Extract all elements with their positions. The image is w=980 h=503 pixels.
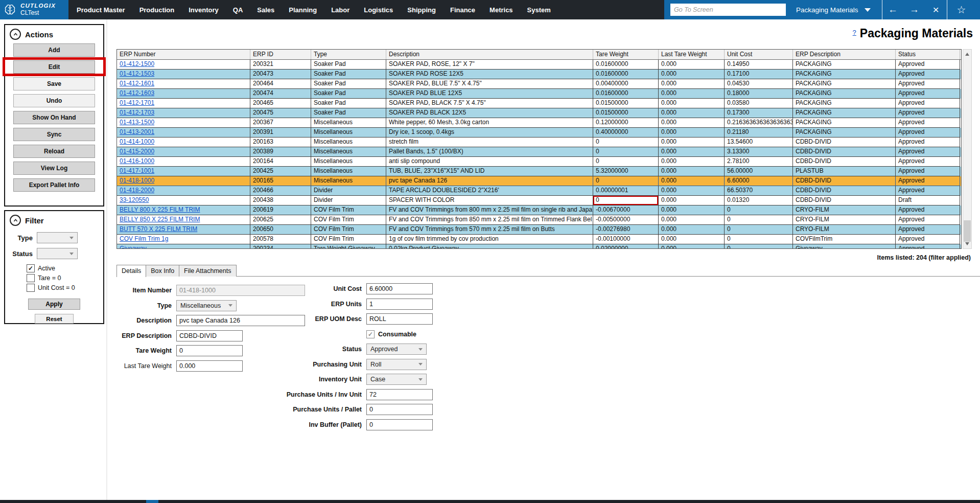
menu-item-production[interactable]: Production bbox=[139, 6, 175, 14]
checkbox-active[interactable]: ✓Active bbox=[27, 264, 103, 272]
menu-item-labor[interactable]: Labor bbox=[331, 6, 349, 14]
table-row[interactable]: BELLY 800 X 225 FILM TRIM200619COV Film … bbox=[117, 205, 961, 215]
scroll-up-icon[interactable] bbox=[965, 53, 969, 56]
erp-number-link[interactable]: Giveaway bbox=[117, 244, 250, 249]
scroll-down-icon[interactable] bbox=[965, 242, 969, 245]
column-header-erp-id[interactable]: ERP ID bbox=[250, 50, 311, 59]
checkbox-consumable[interactable]: ✓Consumable bbox=[366, 330, 416, 338]
erp-number-link[interactable]: 01-414-1000 bbox=[117, 138, 250, 147]
table-row[interactable]: 01-415-2000200389MiscellaneousPallet Ban… bbox=[117, 147, 961, 157]
erp-number-link[interactable]: 01-417-1001 bbox=[117, 167, 250, 176]
menu-item-metrics[interactable]: Metrics bbox=[489, 6, 513, 14]
show-on-hand-button[interactable]: Show On Hand bbox=[13, 111, 95, 124]
view-log-button[interactable]: View Log bbox=[13, 162, 95, 175]
menu-item-planning[interactable]: Planning bbox=[289, 6, 317, 14]
table-row[interactable]: 01-412-1500200321Soaker PadSOAKER PAD, R… bbox=[117, 60, 961, 70]
erp-number-link[interactable]: 01-412-1500 bbox=[117, 60, 250, 70]
table-row[interactable]: 01-412-1603200474Soaker PadSOAKER PAD BL… bbox=[117, 89, 961, 99]
erp-number-link[interactable]: BUTT 570 X 225 FILM TRIM bbox=[117, 225, 250, 235]
menu-item-product-master[interactable]: Product Master bbox=[77, 6, 125, 14]
table-row[interactable]: 01-412-1703200475Soaker PadSOAKER PAD BL… bbox=[117, 108, 961, 118]
table-row[interactable]: 01-418-1000200165Miscellaneouspvc tape C… bbox=[117, 176, 961, 186]
menu-item-system[interactable]: System bbox=[527, 6, 551, 14]
screen-selector-dropdown[interactable]: Packaging Materials bbox=[786, 0, 882, 19]
tab-details[interactable]: Details bbox=[116, 265, 146, 277]
menu-item-logistics[interactable]: Logistics bbox=[364, 6, 393, 14]
menu-item-shipping[interactable]: Shipping bbox=[407, 6, 436, 14]
column-header-tare-weight[interactable]: Tare Weight bbox=[593, 50, 659, 59]
erp-number-link[interactable]: BELLY 800 X 225 FILM TRIM bbox=[117, 205, 250, 215]
table-row[interactable]: 01-414-1000200163Miscellaneousstretch fi… bbox=[117, 138, 961, 147]
erp-number-link[interactable]: 01-415-2000 bbox=[117, 147, 250, 157]
favorite-star-icon[interactable]: ☆ bbox=[947, 0, 976, 19]
erp-uom-desc-input[interactable] bbox=[366, 313, 433, 325]
vertical-scrollbar[interactable] bbox=[963, 49, 972, 249]
last-tare-weight-input[interactable] bbox=[176, 360, 243, 372]
menu-item-inventory[interactable]: Inventory bbox=[189, 6, 219, 14]
sync-button[interactable]: Sync bbox=[13, 128, 95, 141]
erp-number-link[interactable]: 01-412-1701 bbox=[117, 99, 250, 108]
menu-item-finance[interactable]: Finance bbox=[450, 6, 475, 14]
erp-number-link[interactable]: 01-412-1603 bbox=[117, 89, 250, 99]
close-icon[interactable]: × bbox=[925, 0, 947, 19]
tare-weight-input[interactable] bbox=[176, 345, 243, 356]
type-filter-dropdown[interactable] bbox=[37, 232, 78, 243]
unit-cost-input[interactable] bbox=[366, 283, 433, 294]
purchase-units-inv-unit-input[interactable] bbox=[366, 389, 433, 400]
go-to-screen-input[interactable] bbox=[670, 4, 786, 16]
inv-buffer-pallet-input[interactable] bbox=[366, 419, 433, 430]
table-row[interactable]: 33-120550200438DividerSPACER WITH COLOR0… bbox=[117, 196, 961, 205]
status-select[interactable]: Approved bbox=[366, 344, 427, 355]
table-row[interactable]: 01-412-1701200465Soaker PadSOAKER PAD, B… bbox=[117, 99, 961, 108]
erp-number-link[interactable]: COV Film Trim 1g bbox=[117, 235, 250, 244]
apply-button[interactable]: Apply bbox=[28, 299, 80, 310]
save-button[interactable]: Save bbox=[13, 77, 95, 90]
tab-box-info[interactable]: Box Info bbox=[146, 265, 179, 277]
table-row[interactable]: 01-417-1001200425MiscellaneousTUB, BLUE,… bbox=[117, 167, 961, 176]
erp-number-link[interactable]: 01-412-1703 bbox=[117, 108, 250, 118]
erp-units-input[interactable] bbox=[366, 299, 433, 310]
erp-description-input[interactable] bbox=[176, 330, 243, 341]
inventory-unit-select[interactable]: Case bbox=[366, 374, 427, 385]
erp-number-link[interactable]: 01-412-1601 bbox=[117, 79, 250, 89]
erp-number-link[interactable]: 01-413-2001 bbox=[117, 128, 250, 138]
column-header-erp-number[interactable]: ERP Number bbox=[117, 50, 250, 59]
scrollbar-thumb[interactable] bbox=[964, 220, 971, 242]
export-pallet-info-button[interactable]: Export Pallet Info bbox=[13, 178, 95, 192]
table-row[interactable]: COV Film Trim 1g200578COV Film Trim1g of… bbox=[117, 235, 961, 244]
collapse-chevron-icon[interactable] bbox=[10, 215, 21, 226]
table-row[interactable]: BUTT 570 X 225 FILM TRIM200650COV Film T… bbox=[117, 225, 961, 235]
erp-number-link[interactable]: 01-416-1000 bbox=[117, 157, 250, 167]
back-arrow-icon[interactable]: ← bbox=[882, 0, 904, 19]
reload-button[interactable]: Reload bbox=[13, 145, 95, 158]
column-header-erp-description[interactable]: ERP Description bbox=[793, 50, 896, 59]
erp-number-link[interactable]: 01-418-2000 bbox=[117, 186, 250, 196]
column-header-last-tare-weight[interactable]: Last Tare Weight bbox=[659, 50, 725, 59]
type-select[interactable]: Miscellaneous bbox=[176, 300, 237, 311]
table-row[interactable]: Giveaway200234Tare Weight Giveaway0.02kg… bbox=[117, 244, 961, 249]
table-row[interactable]: 01-416-1000200164Miscellaneousanti slip … bbox=[117, 157, 961, 167]
checkbox-tare-0[interactable]: Tare = 0 bbox=[27, 274, 103, 282]
add-button[interactable]: Add bbox=[13, 43, 95, 57]
reset-button[interactable]: Reset bbox=[35, 314, 74, 324]
table-row[interactable]: 01-413-2001200391MiscellaneousDry ice, 1… bbox=[117, 128, 961, 138]
tab-file-attachments[interactable]: File Attachments bbox=[179, 265, 236, 277]
column-header-type[interactable]: Type bbox=[311, 50, 386, 59]
column-header-unit-cost[interactable]: Unit Cost bbox=[725, 50, 793, 59]
column-header-status[interactable]: Status bbox=[896, 50, 960, 59]
table-row[interactable]: 01-412-1601200464Soaker PadSOAKER PAD, B… bbox=[117, 79, 961, 89]
table-row[interactable]: 01-413-1500200367MiscellaneousWhite pepp… bbox=[117, 118, 961, 128]
erp-number-link[interactable]: 33-120550 bbox=[117, 196, 250, 205]
erp-number-link[interactable]: BELLY 850 X 225 FILM TRIM bbox=[117, 215, 250, 225]
erp-number-link[interactable]: 01-413-1500 bbox=[117, 118, 250, 128]
menu-item-qa[interactable]: QA bbox=[233, 6, 243, 14]
edit-button[interactable]: Edit bbox=[13, 60, 95, 74]
column-header-description[interactable]: Description bbox=[386, 50, 593, 59]
undo-button[interactable]: Undo bbox=[13, 94, 95, 107]
purchase-units-pallet-input[interactable] bbox=[366, 404, 433, 415]
help-link[interactable]: ? bbox=[853, 29, 856, 36]
checkbox-unit-cost-0[interactable]: Unit Cost = 0 bbox=[27, 284, 103, 292]
menu-item-sales[interactable]: Sales bbox=[257, 6, 274, 14]
status-filter-dropdown[interactable] bbox=[37, 248, 78, 259]
collapse-chevron-icon[interactable] bbox=[10, 29, 21, 40]
